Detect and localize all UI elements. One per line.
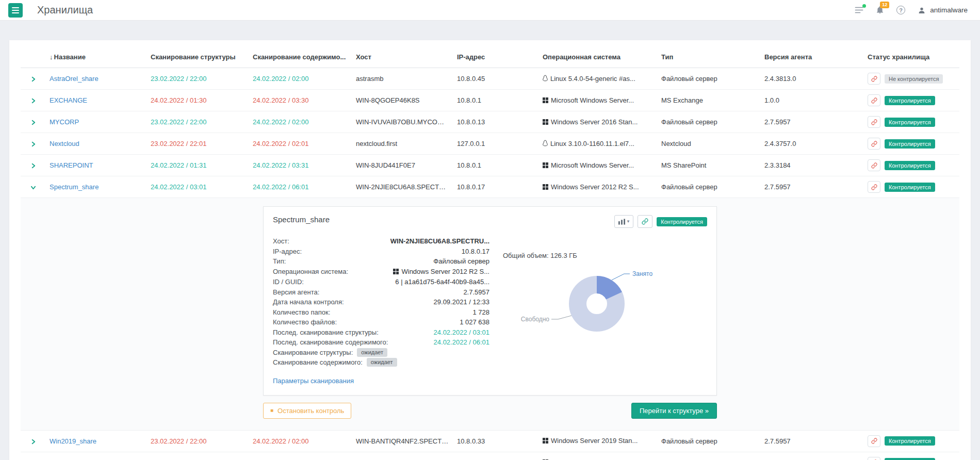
link-icon <box>871 162 877 169</box>
status-badge: Контролируется <box>885 183 935 192</box>
field-value: Windows Server 2012 R2 S... <box>393 267 489 277</box>
link-icon <box>871 119 877 125</box>
content-scan-cell: 24.02.2022 / 03:31 <box>249 155 352 176</box>
row-expand-chevron-icon[interactable] <box>30 141 36 147</box>
agent-version-cell: 2.7.5957 <box>760 452 863 460</box>
storage-name-link[interactable]: SHAREPOINT <box>50 161 93 169</box>
storage-name-link[interactable]: Nextcloud <box>50 140 79 147</box>
link-icon-button[interactable] <box>868 116 880 128</box>
link-icon <box>871 141 877 147</box>
structure-scan-cell: 23.02.2022 / 22:00 <box>146 430 249 452</box>
pending-badge: ожидает <box>357 348 387 357</box>
os-cell: Windows Server 2019 Stan... <box>538 430 657 452</box>
link-icon-button[interactable] <box>868 159 880 171</box>
field-value: 29.09.2021 / 12:33 <box>434 297 489 307</box>
row-expand-chevron-icon[interactable] <box>30 439 36 445</box>
column-header[interactable]: Сканирование содержимо... <box>249 47 352 68</box>
notifications-count-badge: 12 <box>880 2 889 8</box>
occupied-leader-line <box>612 274 630 280</box>
detail-field: Послед. сканирование содержимого:24.02.2… <box>273 337 489 348</box>
storage-name-link[interactable]: AstraOrel_share <box>50 75 99 83</box>
detail-field: Количество папок:1 728 <box>273 307 489 318</box>
user-menu[interactable]: antimalware <box>918 6 968 14</box>
windows-icon <box>543 97 548 105</box>
structure-scan-cell: 23.02.2022 / 22:01 <box>146 133 249 155</box>
user-icon <box>918 6 926 14</box>
content-scan-cell: 24.02.2022 / 06:01 <box>249 176 352 198</box>
detail-field: Хост:WIN-2NJIE8CU6A8.SPECTRU... <box>273 236 489 247</box>
link-icon-button[interactable] <box>868 73 880 85</box>
link-icon-button[interactable] <box>868 138 880 150</box>
row-collapse-chevron-icon[interactable] <box>30 185 36 190</box>
structure-scan-cell: 23.02.2022 / 22:00 <box>146 68 249 90</box>
row-expand-chevron-icon[interactable] <box>30 120 36 125</box>
link-icon-button[interactable] <box>868 435 880 447</box>
row-expand-chevron-icon[interactable] <box>30 76 36 82</box>
status-dot <box>862 4 866 8</box>
table-header-row: ↓НазваниеСканирование структурыСканирова… <box>21 47 959 68</box>
field-value: 6 | a1a61d75-6a4f-40b9-8a45... <box>395 277 489 287</box>
column-header[interactable]: Статус хранилища <box>863 47 959 68</box>
storage-name-link[interactable]: EXCHANGE <box>50 96 87 104</box>
total-volume-label: Общий объем: 126.3 ГБ <box>503 252 707 259</box>
occupied-label: Занято <box>632 270 652 277</box>
disk-usage-donut-chart: Занято Свободно <box>519 262 674 340</box>
agent-version-cell: 2.4.3757.0 <box>760 133 863 155</box>
status-cell: Не контролируется <box>863 68 959 90</box>
menu-button[interactable] <box>8 3 23 18</box>
column-header[interactable]: Сканирование структуры <box>146 47 249 68</box>
link-icon-button[interactable] <box>868 181 880 193</box>
storage-name-link[interactable]: Win2019_share <box>50 437 96 445</box>
column-header[interactable]: Операционная система <box>538 47 657 68</box>
storage-name-link[interactable]: MYCORP <box>50 118 79 126</box>
type-cell: Файловый сервер <box>657 452 760 460</box>
ip-cell: 10.8.0.69 <box>453 452 538 460</box>
storage-table-body: AstraOrel_share23.02.2022 / 22:0024.02.2… <box>21 68 959 460</box>
status-badge: Не контролируется <box>885 74 943 84</box>
notifications-bell-icon[interactable]: 12 <box>876 6 884 14</box>
os-cell: Windows Server 2016 Stan... <box>538 111 657 133</box>
link-icon-button[interactable] <box>638 215 652 228</box>
type-cell: Файловый сервер <box>657 430 760 452</box>
chart-dropdown-button[interactable]: ▾ <box>614 215 634 228</box>
link-icon <box>871 97 877 104</box>
column-header[interactable]: Хост <box>352 47 453 68</box>
field-value: 24.02.2022 / 03:01 <box>434 327 489 338</box>
status-cell: Контролируется <box>863 155 959 176</box>
column-header[interactable]: Тип <box>657 47 760 68</box>
scan-params-link[interactable]: Параметры сканирования <box>273 377 354 385</box>
field-value: Файловый сервер <box>433 256 489 267</box>
tasks-list-icon[interactable] <box>855 6 863 14</box>
agent-version-cell: 2.7.5957 <box>760 176 863 198</box>
type-cell: Файловый сервер <box>657 68 760 90</box>
detail-field: Количество файлов:1 027 638 <box>273 317 489 327</box>
os-cell: Microsoft Windows Server... <box>538 90 657 111</box>
help-icon[interactable]: ? <box>896 6 905 14</box>
field-label: Дата начала контроля: <box>273 297 344 307</box>
go-to-structure-button[interactable]: Перейти к структуре » <box>631 403 717 419</box>
link-icon-button[interactable] <box>868 457 880 460</box>
stop-control-button[interactable]: ■ Остановить контроль <box>263 403 351 419</box>
row-expand-chevron-icon[interactable] <box>30 98 36 104</box>
detail-field: Послед. сканирование структуры:24.02.202… <box>273 327 489 338</box>
field-label: Тип: <box>273 256 286 267</box>
free-leader-line <box>551 316 571 319</box>
expanded-detail-row: Spectrum_share ▾ Контролируется Хост:WIN… <box>21 198 959 431</box>
detail-field: Дата начала контроля:29.09.2021 / 12:33 <box>273 297 489 307</box>
content-panel: ↓НазваниеСканирование структурыСканирова… <box>9 40 971 460</box>
row-expand-chevron-icon[interactable] <box>30 163 36 169</box>
bar-chart-icon <box>618 219 625 225</box>
detail-field: ID / GUID:6 | a1a61d75-6a4f-40b9-8a45... <box>273 277 489 287</box>
detail-actions: ■ Остановить контроль Перейти к структур… <box>263 403 717 419</box>
os-cell: Microsoft Windows Server... <box>538 155 657 176</box>
column-header[interactable]: ↓Название <box>45 47 146 68</box>
detail-field: Версия агента:2.7.5957 <box>273 287 489 298</box>
link-icon-button[interactable] <box>868 94 880 106</box>
detail-controls: ▾ Контролируется <box>614 215 707 228</box>
column-header[interactable]: Версия агента <box>760 47 863 68</box>
stop-control-label: Остановить контроль <box>277 407 344 415</box>
detail-field: IP-адрес:10.8.0.17 <box>273 247 489 257</box>
column-header[interactable]: IP-адрес <box>453 47 538 68</box>
storage-name-link[interactable]: Spectrum_share <box>50 183 99 191</box>
ip-cell: 10.8.0.13 <box>453 111 538 133</box>
